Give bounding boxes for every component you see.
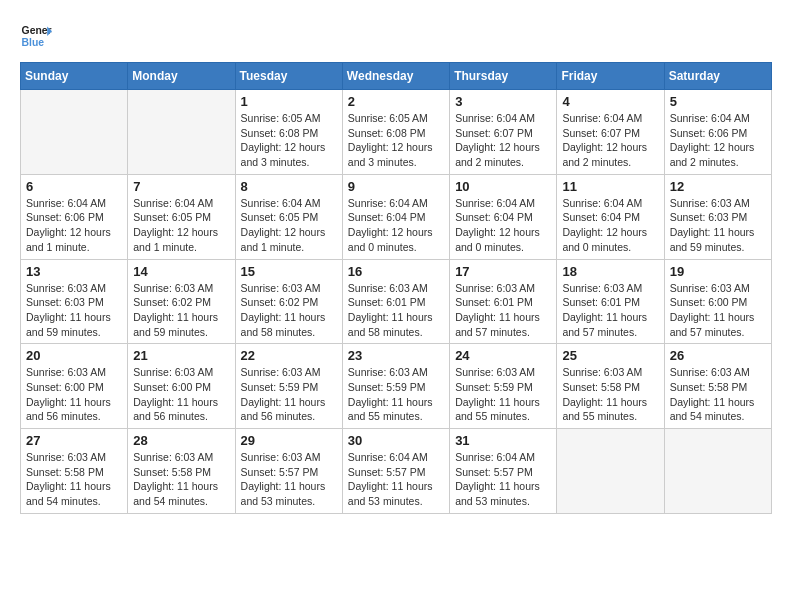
calendar-cell: 13Sunrise: 6:03 AM Sunset: 6:03 PM Dayli… [21,259,128,344]
day-info: Sunrise: 6:03 AM Sunset: 5:58 PM Dayligh… [670,365,766,424]
day-info: Sunrise: 6:03 AM Sunset: 5:59 PM Dayligh… [455,365,551,424]
calendar-cell: 26Sunrise: 6:03 AM Sunset: 5:58 PM Dayli… [664,344,771,429]
calendar-cell: 4Sunrise: 6:04 AM Sunset: 6:07 PM Daylig… [557,90,664,175]
weekday-header-thursday: Thursday [450,63,557,90]
day-info: Sunrise: 6:03 AM Sunset: 5:59 PM Dayligh… [241,365,337,424]
day-number: 25 [562,348,658,363]
calendar-cell: 22Sunrise: 6:03 AM Sunset: 5:59 PM Dayli… [235,344,342,429]
calendar-cell: 8Sunrise: 6:04 AM Sunset: 6:05 PM Daylig… [235,174,342,259]
calendar-cell: 27Sunrise: 6:03 AM Sunset: 5:58 PM Dayli… [21,429,128,514]
day-info: Sunrise: 6:04 AM Sunset: 6:04 PM Dayligh… [348,196,444,255]
day-info: Sunrise: 6:03 AM Sunset: 6:02 PM Dayligh… [241,281,337,340]
day-number: 20 [26,348,122,363]
day-info: Sunrise: 6:03 AM Sunset: 6:00 PM Dayligh… [133,365,229,424]
day-info: Sunrise: 6:03 AM Sunset: 5:57 PM Dayligh… [241,450,337,509]
day-number: 29 [241,433,337,448]
day-number: 14 [133,264,229,279]
day-number: 12 [670,179,766,194]
day-info: Sunrise: 6:03 AM Sunset: 6:00 PM Dayligh… [26,365,122,424]
day-number: 3 [455,94,551,109]
calendar-cell: 28Sunrise: 6:03 AM Sunset: 5:58 PM Dayli… [128,429,235,514]
calendar-cell: 5Sunrise: 6:04 AM Sunset: 6:06 PM Daylig… [664,90,771,175]
day-info: Sunrise: 6:05 AM Sunset: 6:08 PM Dayligh… [241,111,337,170]
calendar-cell: 20Sunrise: 6:03 AM Sunset: 6:00 PM Dayli… [21,344,128,429]
day-info: Sunrise: 6:04 AM Sunset: 5:57 PM Dayligh… [348,450,444,509]
weekday-header-friday: Friday [557,63,664,90]
day-info: Sunrise: 6:03 AM Sunset: 6:01 PM Dayligh… [562,281,658,340]
calendar: SundayMondayTuesdayWednesdayThursdayFrid… [20,62,772,514]
day-number: 27 [26,433,122,448]
day-info: Sunrise: 6:03 AM Sunset: 6:03 PM Dayligh… [670,196,766,255]
calendar-cell: 6Sunrise: 6:04 AM Sunset: 6:06 PM Daylig… [21,174,128,259]
calendar-cell [557,429,664,514]
calendar-cell: 31Sunrise: 6:04 AM Sunset: 5:57 PM Dayli… [450,429,557,514]
calendar-cell [664,429,771,514]
day-number: 16 [348,264,444,279]
day-info: Sunrise: 6:04 AM Sunset: 6:07 PM Dayligh… [455,111,551,170]
weekday-header-tuesday: Tuesday [235,63,342,90]
calendar-cell: 24Sunrise: 6:03 AM Sunset: 5:59 PM Dayli… [450,344,557,429]
day-info: Sunrise: 6:04 AM Sunset: 6:05 PM Dayligh… [241,196,337,255]
day-info: Sunrise: 6:03 AM Sunset: 6:01 PM Dayligh… [455,281,551,340]
day-number: 13 [26,264,122,279]
weekday-header-monday: Monday [128,63,235,90]
day-info: Sunrise: 6:03 AM Sunset: 5:58 PM Dayligh… [562,365,658,424]
day-number: 31 [455,433,551,448]
calendar-cell: 10Sunrise: 6:04 AM Sunset: 6:04 PM Dayli… [450,174,557,259]
calendar-cell: 9Sunrise: 6:04 AM Sunset: 6:04 PM Daylig… [342,174,449,259]
day-info: Sunrise: 6:03 AM Sunset: 5:59 PM Dayligh… [348,365,444,424]
calendar-cell [21,90,128,175]
day-number: 24 [455,348,551,363]
weekday-header-wednesday: Wednesday [342,63,449,90]
day-number: 30 [348,433,444,448]
day-number: 8 [241,179,337,194]
day-number: 6 [26,179,122,194]
day-number: 28 [133,433,229,448]
calendar-cell: 2Sunrise: 6:05 AM Sunset: 6:08 PM Daylig… [342,90,449,175]
day-number: 4 [562,94,658,109]
svg-text:Blue: Blue [22,37,45,48]
day-number: 26 [670,348,766,363]
day-info: Sunrise: 6:03 AM Sunset: 6:01 PM Dayligh… [348,281,444,340]
day-info: Sunrise: 6:04 AM Sunset: 6:05 PM Dayligh… [133,196,229,255]
calendar-cell: 16Sunrise: 6:03 AM Sunset: 6:01 PM Dayli… [342,259,449,344]
calendar-cell: 25Sunrise: 6:03 AM Sunset: 5:58 PM Dayli… [557,344,664,429]
calendar-cell: 1Sunrise: 6:05 AM Sunset: 6:08 PM Daylig… [235,90,342,175]
calendar-cell: 29Sunrise: 6:03 AM Sunset: 5:57 PM Dayli… [235,429,342,514]
calendar-cell: 3Sunrise: 6:04 AM Sunset: 6:07 PM Daylig… [450,90,557,175]
day-info: Sunrise: 6:03 AM Sunset: 6:02 PM Dayligh… [133,281,229,340]
day-info: Sunrise: 6:03 AM Sunset: 6:00 PM Dayligh… [670,281,766,340]
day-number: 7 [133,179,229,194]
day-info: Sunrise: 6:03 AM Sunset: 6:03 PM Dayligh… [26,281,122,340]
day-number: 22 [241,348,337,363]
day-number: 19 [670,264,766,279]
day-number: 18 [562,264,658,279]
day-info: Sunrise: 6:05 AM Sunset: 6:08 PM Dayligh… [348,111,444,170]
calendar-cell [128,90,235,175]
calendar-cell: 17Sunrise: 6:03 AM Sunset: 6:01 PM Dayli… [450,259,557,344]
day-info: Sunrise: 6:03 AM Sunset: 5:58 PM Dayligh… [133,450,229,509]
day-number: 10 [455,179,551,194]
weekday-header-saturday: Saturday [664,63,771,90]
day-info: Sunrise: 6:04 AM Sunset: 6:04 PM Dayligh… [455,196,551,255]
day-info: Sunrise: 6:04 AM Sunset: 6:06 PM Dayligh… [26,196,122,255]
calendar-cell: 18Sunrise: 6:03 AM Sunset: 6:01 PM Dayli… [557,259,664,344]
calendar-cell: 19Sunrise: 6:03 AM Sunset: 6:00 PM Dayli… [664,259,771,344]
logo: General Blue [20,20,52,52]
weekday-header-sunday: Sunday [21,63,128,90]
day-number: 5 [670,94,766,109]
calendar-cell: 23Sunrise: 6:03 AM Sunset: 5:59 PM Dayli… [342,344,449,429]
day-info: Sunrise: 6:04 AM Sunset: 6:04 PM Dayligh… [562,196,658,255]
day-number: 9 [348,179,444,194]
day-number: 23 [348,348,444,363]
day-info: Sunrise: 6:04 AM Sunset: 5:57 PM Dayligh… [455,450,551,509]
calendar-cell: 15Sunrise: 6:03 AM Sunset: 6:02 PM Dayli… [235,259,342,344]
day-info: Sunrise: 6:04 AM Sunset: 6:06 PM Dayligh… [670,111,766,170]
calendar-cell: 11Sunrise: 6:04 AM Sunset: 6:04 PM Dayli… [557,174,664,259]
day-number: 21 [133,348,229,363]
calendar-cell: 12Sunrise: 6:03 AM Sunset: 6:03 PM Dayli… [664,174,771,259]
calendar-cell: 7Sunrise: 6:04 AM Sunset: 6:05 PM Daylig… [128,174,235,259]
day-number: 17 [455,264,551,279]
calendar-cell: 30Sunrise: 6:04 AM Sunset: 5:57 PM Dayli… [342,429,449,514]
day-info: Sunrise: 6:04 AM Sunset: 6:07 PM Dayligh… [562,111,658,170]
